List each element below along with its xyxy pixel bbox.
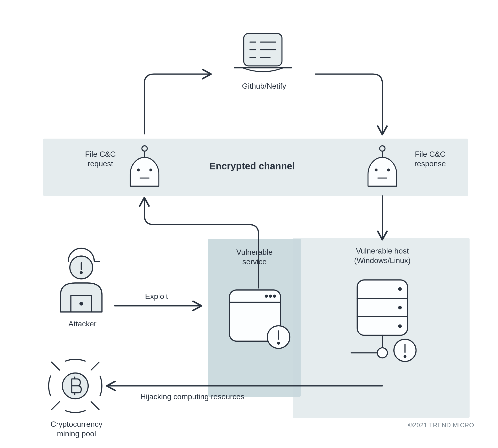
svg-point-11 [150, 169, 152, 171]
exploit-label: Exploit [139, 291, 175, 301]
svg-point-21 [80, 303, 83, 305]
file-cc-response-l1: File C&C [415, 150, 445, 159]
svg-point-26 [273, 295, 275, 297]
laptop-icon [229, 29, 296, 77]
svg-point-35 [399, 325, 401, 328]
svg-line-45 [52, 402, 60, 410]
svg-point-37 [377, 348, 387, 358]
vulnerable-host-label: Vulnerable host (Windows/Linux) [339, 246, 425, 265]
encrypted-channel-label: Encrypted channel [198, 160, 306, 172]
svg-point-34 [399, 306, 401, 309]
file-cc-request-l2: request [88, 159, 113, 168]
diagram-canvas: Github/Netify File C&C request Encrypted… [0, 0, 498, 448]
file-cc-request-l1: File C&C [85, 150, 116, 159]
vulnerable-service-label: Vulnerable service [228, 247, 281, 266]
file-cc-request-label: File C&C request [78, 149, 123, 168]
svg-line-44 [91, 362, 99, 370]
svg-line-43 [52, 362, 60, 370]
svg-point-8 [142, 146, 147, 151]
svg-point-41 [404, 355, 406, 357]
bot-icon-right [364, 142, 400, 194]
copyright-text: ©2021 TREND MICRO [408, 421, 474, 429]
server-icon [344, 272, 420, 368]
attacker-label: Attacker [63, 319, 102, 329]
svg-point-10 [137, 169, 139, 171]
svg-point-16 [388, 169, 389, 171]
crypto-mining-pool-icon [41, 351, 110, 420]
svg-point-20 [80, 272, 82, 273]
crypto-pool-l1: Cryptocurrency [51, 420, 102, 428]
svg-point-13 [380, 146, 385, 151]
crypto-pool-l2: mining pool [57, 429, 96, 438]
vulnerable-host-l1: Vulnerable host [356, 247, 409, 255]
file-cc-response-l2: response [414, 159, 446, 168]
github-netify-label: Github/Netify [234, 81, 294, 91]
hijacking-label: Hijacking computing resources [127, 392, 258, 401]
browser-window-icon [222, 281, 294, 352]
file-cc-response-label: File C&C response [406, 149, 454, 168]
vulnerable-service-l2: service [242, 257, 266, 266]
svg-line-46 [91, 402, 99, 410]
svg-point-33 [399, 288, 401, 290]
svg-point-25 [269, 295, 272, 297]
vulnerable-host-l2: (Windows/Linux) [354, 256, 411, 265]
svg-point-24 [265, 295, 267, 297]
attacker-icon [50, 245, 112, 319]
vulnerable-service-l1: Vulnerable [236, 248, 273, 256]
crypto-pool-label: Cryptocurrency mining pool [42, 419, 111, 438]
svg-point-15 [375, 169, 377, 171]
bot-icon-left [127, 142, 162, 194]
svg-point-29 [278, 342, 280, 344]
